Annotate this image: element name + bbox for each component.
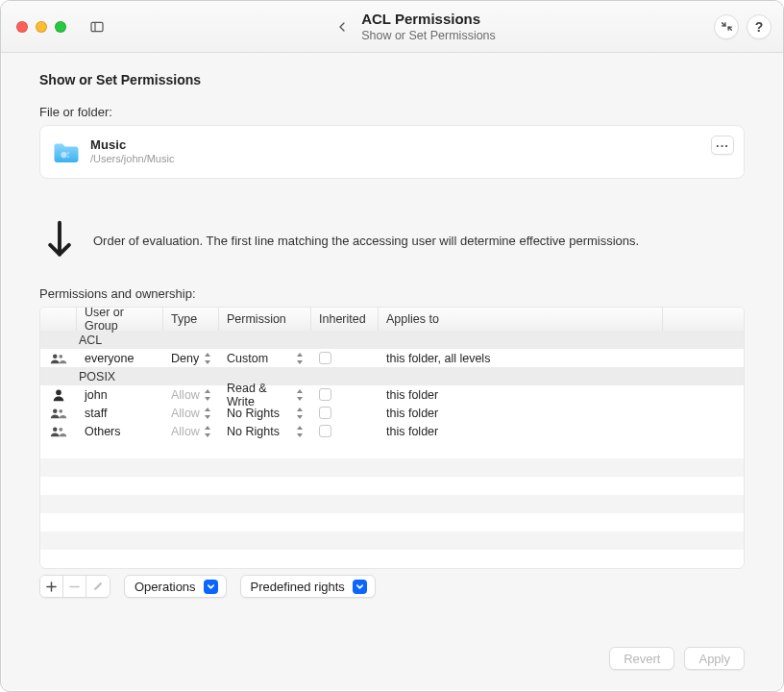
updown-icon: [204, 408, 211, 419]
inherited-checkbox[interactable]: [319, 425, 331, 437]
operations-label: Operations: [135, 580, 196, 594]
principal: staff: [77, 404, 163, 422]
type-select[interactable]: Allow: [171, 425, 211, 438]
inherited-checkbox[interactable]: [319, 352, 331, 364]
svg-point-9: [53, 408, 58, 413]
blank-row: [40, 458, 744, 477]
table-row[interactable]: john Allow Read & Write this folder: [40, 385, 744, 404]
table-row[interactable]: everyone Deny Custom this folder, all le…: [40, 349, 744, 367]
permission-select[interactable]: No Rights: [227, 407, 304, 420]
file-field-label: File or folder:: [39, 105, 745, 119]
pencil-icon: [92, 581, 104, 592]
section-posix: POSIX: [40, 367, 744, 385]
plus-icon: [46, 581, 57, 592]
evaluation-order-hint: Order of evaluation. The first line matc…: [45, 219, 745, 261]
col-user[interactable]: User or Group: [77, 308, 163, 331]
blank-row: [40, 495, 744, 513]
blank-row: [40, 440, 744, 458]
help-button[interactable]: ?: [747, 14, 772, 39]
type-select[interactable]: Allow: [171, 388, 211, 402]
help-icon: ?: [755, 19, 764, 35]
toggle-sidebar-button[interactable]: [84, 15, 110, 38]
add-row-button[interactable]: [40, 576, 63, 597]
minus-icon: [69, 581, 80, 592]
remove-row-button[interactable]: [63, 576, 86, 597]
window-controls: [16, 21, 66, 33]
edit-row-button[interactable]: [86, 576, 110, 597]
group-icon: [50, 407, 67, 420]
back-button[interactable]: [329, 13, 355, 40]
table-header: User or Group Type Permission Inherited …: [40, 308, 744, 331]
window-title: ACL Permissions: [361, 11, 496, 28]
inherited-checkbox[interactable]: [319, 407, 331, 419]
svg-point-6: [53, 354, 58, 358]
titlebar: ACL Permissions Show or Set Permissions …: [1, 1, 783, 53]
table-toolbar: Operations Predefined rights: [39, 575, 745, 598]
updown-icon: [296, 389, 304, 401]
updown-icon: [296, 408, 304, 419]
svg-point-4: [61, 152, 66, 158]
applies-to: this folder: [379, 404, 663, 422]
updown-icon: [296, 426, 304, 437]
choose-file-button[interactable]: ...: [711, 136, 734, 155]
type-select[interactable]: Deny: [171, 352, 211, 365]
operations-menu[interactable]: Operations: [124, 575, 227, 598]
blank-row: [40, 513, 744, 531]
col-trailing: [663, 308, 744, 331]
group-icon: [50, 425, 67, 438]
applies-to: this folder: [379, 385, 663, 404]
type-select[interactable]: Allow: [171, 407, 211, 420]
svg-point-12: [59, 427, 62, 431]
col-inherited[interactable]: Inherited: [311, 308, 379, 331]
collapse-button[interactable]: [714, 14, 739, 39]
svg-point-11: [53, 427, 58, 432]
file-path: /Users/john/Music: [90, 153, 174, 166]
updown-icon: [204, 426, 211, 437]
applies-to: this folder: [379, 422, 663, 440]
close-window-button[interactable]: [16, 21, 28, 33]
table-row[interactable]: Others Allow No Rights this folder: [40, 422, 744, 440]
permissions-label: Permissions and ownership:: [39, 286, 745, 301]
ellipsis-icon: ...: [716, 136, 729, 150]
zoom-window-button[interactable]: [55, 21, 66, 33]
user-icon: [52, 388, 65, 402]
col-type[interactable]: Type: [163, 308, 219, 331]
principal: everyone: [77, 349, 163, 367]
permissions-table: User or Group Type Permission Inherited …: [39, 307, 745, 569]
table-row[interactable]: staff Allow No Rights this folder: [40, 404, 744, 422]
svg-point-10: [59, 408, 62, 412]
predefined-rights-menu[interactable]: Predefined rights: [240, 575, 376, 598]
row-actions: [39, 575, 110, 598]
group-icon: [50, 352, 67, 365]
folder-icon: [52, 139, 81, 164]
file-name: Music: [90, 137, 174, 153]
section-acl: ACL: [40, 331, 744, 349]
revert-button[interactable]: Revert: [609, 647, 674, 670]
file-well[interactable]: Music /Users/john/Music ...: [39, 125, 745, 179]
title-area: ACL Permissions Show or Set Permissions: [120, 11, 704, 43]
updown-icon: [296, 353, 304, 364]
window-subtitle: Show or Set Permissions: [361, 29, 496, 43]
col-permission[interactable]: Permission: [219, 308, 311, 331]
table-body: ACL everyone Deny Custom this folder, al…: [40, 331, 744, 568]
col-applies[interactable]: Applies to: [379, 308, 663, 331]
principal: john: [77, 385, 163, 404]
down-arrow-icon: [45, 219, 74, 261]
blank-row: [40, 531, 744, 550]
apply-button[interactable]: Apply: [684, 647, 745, 670]
svg-rect-0: [91, 22, 103, 31]
svg-point-8: [56, 389, 61, 395]
minimize-window-button[interactable]: [36, 21, 47, 33]
evaluation-order-text: Order of evaluation. The first line matc…: [93, 234, 639, 248]
principal: Others: [77, 422, 163, 440]
content: Show or Set Permissions File or folder: …: [1, 53, 783, 692]
updown-icon: [204, 353, 211, 364]
chevron-down-icon: [204, 580, 218, 594]
col-icon[interactable]: [40, 308, 77, 331]
permission-select[interactable]: Custom: [227, 352, 304, 365]
permission-select[interactable]: No Rights: [227, 425, 304, 438]
blank-row: [40, 477, 744, 495]
inherited-checkbox[interactable]: [319, 388, 331, 401]
window: ACL Permissions Show or Set Permissions …: [0, 0, 784, 692]
page-title: Show or Set Permissions: [39, 72, 745, 87]
